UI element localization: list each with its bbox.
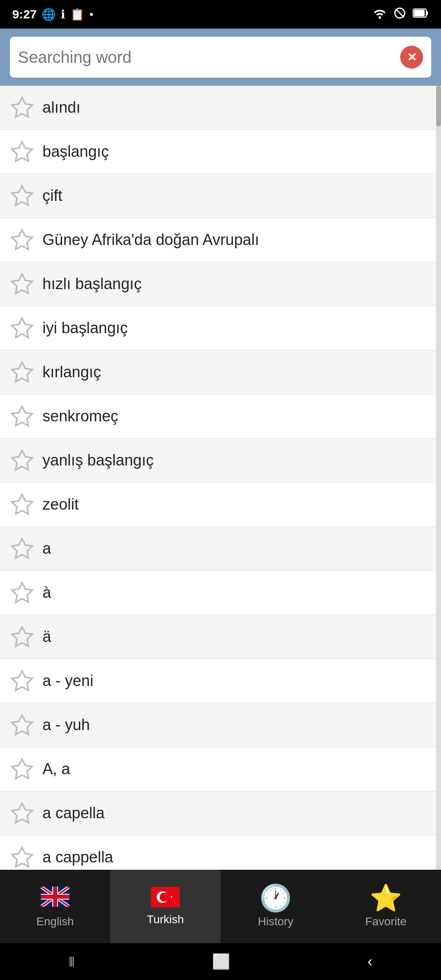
star-icon[interactable]: [10, 140, 34, 164]
svg-marker-21: [12, 803, 32, 823]
wifi-icon: [372, 6, 387, 23]
svg-marker-8: [12, 230, 32, 249]
list-item[interactable]: ä: [0, 615, 441, 659]
svg-marker-17: [12, 627, 32, 646]
word-text: zeolit: [42, 496, 431, 513]
word-list: alındı başlangıç çift Güney Afrika'da do…: [0, 86, 441, 870]
word-text: a - yuh: [42, 716, 431, 734]
list-item[interactable]: A, a: [0, 747, 441, 791]
list-item[interactable]: à: [0, 571, 441, 615]
search-input-wrapper[interactable]: [10, 37, 431, 78]
nav-item-english[interactable]: English: [0, 870, 110, 943]
list-item[interactable]: hızlı başlangıç: [0, 262, 441, 306]
nav-label-favorite: Favorite: [365, 915, 406, 928]
star-icon[interactable]: [10, 801, 34, 826]
list-item[interactable]: a: [0, 527, 441, 571]
nav-label-history: History: [258, 915, 293, 928]
word-text: a - yeni: [42, 672, 431, 690]
star-icon[interactable]: [10, 669, 34, 693]
list-item[interactable]: a - yeni: [0, 659, 441, 703]
star-icon[interactable]: [10, 757, 34, 782]
nav-item-turkish[interactable]: Turkish: [110, 870, 220, 943]
nav-label-english: English: [36, 915, 74, 928]
list-item[interactable]: a capella: [0, 791, 441, 835]
svg-marker-6: [12, 142, 32, 161]
system-nav: ⦀ ⬜ ‹: [0, 943, 441, 980]
list-item[interactable]: iyi başlangıç: [0, 306, 441, 350]
status-icon-clipboard: 📋: [70, 8, 85, 21]
back-button[interactable]: ‹: [368, 953, 372, 970]
no-signal-icon: [394, 6, 406, 23]
list-item[interactable]: a - yuh: [0, 703, 441, 747]
word-text: a capella: [42, 804, 431, 822]
word-text: Güney Afrika'da doğan Avrupalı: [42, 231, 431, 249]
star-icon[interactable]: [10, 845, 34, 870]
svg-marker-11: [12, 362, 32, 382]
scrollbar-track[interactable]: [436, 86, 441, 870]
svg-point-37: [160, 893, 169, 902]
list-item[interactable]: kırlangıç: [0, 350, 441, 394]
bottom-nav: English Turkish 🕐 History ⭐ Favorite: [0, 870, 441, 943]
tr-flag-icon: [151, 887, 180, 909]
star-icon[interactable]: [10, 625, 34, 649]
star-icon[interactable]: [10, 184, 34, 208]
star-icon[interactable]: [10, 360, 34, 385]
favorite-icon: ⭐: [370, 885, 402, 911]
list-item[interactable]: çift: [0, 174, 441, 218]
star-icon[interactable]: [10, 316, 34, 341]
star-icon[interactable]: [10, 404, 34, 429]
svg-line-1: [396, 9, 404, 17]
list-item[interactable]: zeolit: [0, 483, 441, 527]
uk-flag-icon: [41, 885, 69, 911]
scrollbar-thumb[interactable]: [436, 86, 441, 127]
word-text: çift: [42, 187, 431, 205]
status-bar: 9:27 🌐 ℹ 📋 •: [0, 0, 441, 29]
word-text: a: [42, 540, 431, 557]
history-icon: 🕐: [259, 885, 292, 911]
battery-icon: [412, 6, 429, 23]
list-item[interactable]: başlangıç: [0, 130, 441, 174]
star-icon[interactable]: [10, 448, 34, 473]
list-item[interactable]: yanlış başlangıç: [0, 439, 441, 483]
word-text: hızlı başlangıç: [42, 275, 431, 293]
svg-marker-15: [12, 539, 32, 558]
list-item[interactable]: Güney Afrika'da doğan Avrupalı: [0, 218, 441, 262]
nav-item-history[interactable]: 🕐 History: [220, 870, 331, 943]
svg-rect-4: [414, 10, 425, 16]
recent-apps-button[interactable]: ⦀: [69, 953, 75, 970]
search-input[interactable]: [18, 48, 400, 67]
star-icon[interactable]: [10, 537, 34, 561]
svg-marker-5: [12, 98, 32, 117]
star-icon[interactable]: [10, 228, 34, 252]
status-icon-globe: 🌐: [42, 8, 56, 21]
star-icon[interactable]: [10, 492, 34, 517]
svg-rect-3: [426, 11, 428, 15]
search-bar: [0, 29, 441, 86]
svg-marker-14: [12, 494, 32, 514]
word-text: a cappella: [42, 849, 431, 866]
list-item[interactable]: a cappella: [0, 835, 441, 870]
word-text: yanlış başlangıç: [42, 452, 431, 469]
list-item[interactable]: senkromeç: [0, 394, 441, 439]
nav-item-favorite[interactable]: ⭐ Favorite: [331, 870, 441, 943]
nav-label-turkish: Turkish: [147, 913, 184, 926]
word-text: iyi başlangıç: [42, 319, 431, 337]
word-text: başlangıç: [42, 143, 431, 160]
list-item[interactable]: alındı: [0, 86, 441, 130]
svg-marker-10: [12, 318, 32, 338]
svg-marker-16: [12, 583, 32, 602]
svg-marker-18: [12, 671, 32, 690]
word-text: ä: [42, 628, 431, 646]
svg-marker-22: [12, 847, 32, 867]
word-text: kırlangıç: [42, 363, 431, 381]
star-icon[interactable]: [10, 713, 34, 737]
status-dot: •: [89, 8, 94, 21]
status-time: 9:27: [12, 7, 37, 21]
star-icon[interactable]: [10, 581, 34, 605]
star-icon[interactable]: [10, 96, 34, 120]
star-icon[interactable]: [10, 272, 34, 296]
svg-rect-34: [41, 895, 69, 899]
clear-button[interactable]: [400, 46, 423, 69]
status-right: [372, 6, 429, 23]
home-button[interactable]: ⬜: [212, 953, 230, 970]
